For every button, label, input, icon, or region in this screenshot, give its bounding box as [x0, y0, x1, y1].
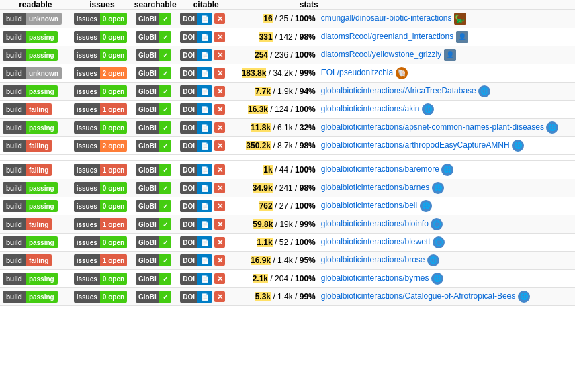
repo-link[interactable]: diatomsRcool/greenland_interactions [321, 32, 453, 41]
repo-link[interactable]: globalbioticinteractions/byrnes [321, 273, 429, 283]
build-badge[interactable]: build passing [3, 236, 58, 248]
build-badge[interactable]: build passing [3, 200, 58, 212]
globi-badge[interactable]: GloBI ✓ [136, 254, 171, 266]
repo-link[interactable]: globalbioticinteractions/brose [321, 255, 425, 264]
issues-badge[interactable]: issues 0 open [74, 200, 127, 212]
build-badge[interactable]: build passing [3, 85, 58, 97]
doi-badge[interactable]: DOI 📄 [180, 103, 212, 115]
globi-badge[interactable]: GloBI ✓ [136, 164, 171, 176]
repo-link[interactable]: globalbioticinteractions/akin [321, 104, 420, 113]
globi-badge[interactable]: GloBI ✓ [136, 103, 171, 115]
repo-link[interactable]: globalbioticinteractions/apsnet-common-n… [321, 122, 544, 132]
repo-link[interactable]: globalbioticinteractions/bioinfo [321, 219, 429, 228]
build-badge[interactable]: build failing [3, 103, 52, 115]
globi-badge[interactable]: GloBI ✓ [136, 140, 171, 152]
doi-badge[interactable]: DOI 📄 [180, 291, 212, 303]
build-badge[interactable]: build passing [3, 291, 58, 303]
build-badge[interactable]: build passing [3, 273, 58, 285]
build-badge[interactable]: build failing [3, 140, 52, 152]
doi-badge[interactable]: DOI 📄 [180, 218, 212, 230]
issues-badge[interactable]: issues 1 open [74, 254, 127, 266]
doi-x-button[interactable]: ✕ [214, 183, 225, 193]
doi-x-button[interactable]: ✕ [214, 13, 225, 24]
globi-badge[interactable]: GloBI ✓ [136, 31, 171, 43]
issues-badge[interactable]: issues 1 open [74, 164, 127, 176]
doi-badge[interactable]: DOI 📄 [180, 254, 212, 266]
doi-x-button[interactable]: ✕ [214, 291, 225, 302]
issues-badge[interactable]: issues 0 open [74, 121, 127, 134]
globi-label: GloBI [136, 13, 159, 25]
build-badge[interactable]: build failing [3, 164, 52, 176]
doi-badge[interactable]: DOI 📄 [180, 31, 212, 43]
globi-badge[interactable]: GloBI ✓ [136, 67, 171, 79]
doi-badge[interactable]: DOI 📄 [180, 49, 212, 61]
doi-x-button[interactable]: ✕ [214, 68, 225, 79]
doi-x-button[interactable]: ✕ [214, 273, 225, 284]
build-badge[interactable]: build passing [3, 121, 58, 134]
doi-badge[interactable]: DOI 📄 [180, 121, 212, 134]
build-badge[interactable]: build failing [3, 218, 52, 230]
doi-x-button[interactable]: ✕ [214, 164, 225, 175]
doi-x-button[interactable]: ✕ [214, 32, 225, 42]
repo-link[interactable]: EOL/pseudonitzchia [321, 68, 393, 77]
doi-badge[interactable]: DOI 📄 [180, 164, 212, 176]
repo-link[interactable]: cmungall/dinosaur-biotic-interactions [321, 13, 452, 23]
doi-badge[interactable]: DOI 📄 [180, 273, 212, 285]
globi-badge[interactable]: GloBI ✓ [136, 236, 171, 248]
doi-x-button[interactable]: ✕ [214, 219, 225, 230]
issues-badge[interactable]: issues 0 open [74, 85, 127, 97]
doi-x-button[interactable]: ✕ [214, 104, 225, 115]
doi-x-button[interactable]: ✕ [214, 50, 225, 60]
build-badge[interactable]: build unknown [3, 67, 62, 79]
issues-count: 0 open [100, 13, 127, 25]
issues-badge[interactable]: issues 2 open [74, 140, 127, 152]
issues-count: 0 open [100, 200, 127, 212]
build-badge[interactable]: build passing [3, 182, 58, 194]
globi-badge[interactable]: GloBI ✓ [136, 218, 171, 230]
repo-link[interactable]: globalbioticinteractions/Catalogue-of-Af… [321, 291, 516, 301]
issues-badge[interactable]: issues 1 open [74, 103, 127, 115]
globi-badge[interactable]: GloBI ✓ [136, 13, 171, 25]
build-badge[interactable]: build failing [3, 254, 52, 266]
repo-link[interactable]: globalbioticinteractions/bell [321, 201, 417, 210]
repo-link[interactable]: globalbioticinteractions/blewett [321, 237, 431, 246]
doi-badge[interactable]: DOI 📄 [180, 236, 212, 248]
build-status: passing [26, 85, 58, 97]
repo-link[interactable]: globalbioticinteractions/arthropodEasyCa… [321, 140, 510, 150]
globi-badge[interactable]: GloBI ✓ [136, 200, 171, 212]
issues-badge[interactable]: issues 0 open [74, 13, 127, 25]
doi-badge[interactable]: DOI 📄 [180, 200, 212, 212]
build-badge[interactable]: build unknown [3, 13, 62, 25]
doi-x-button[interactable]: ✕ [214, 201, 225, 211]
build-badge[interactable]: build passing [3, 49, 58, 61]
doi-x-button[interactable]: ✕ [214, 255, 225, 266]
globi-badge[interactable]: GloBI ✓ [136, 85, 171, 97]
doi-x-button[interactable]: ✕ [214, 237, 225, 248]
issues-badge[interactable]: issues 0 open [74, 236, 127, 248]
globi-badge[interactable]: GloBI ✓ [136, 121, 171, 134]
issues-badge[interactable]: issues 1 open [74, 218, 127, 230]
issues-badge[interactable]: issues 0 open [74, 31, 127, 43]
doi-x-button[interactable]: ✕ [214, 140, 225, 151]
doi-badge[interactable]: DOI 📄 [180, 140, 212, 152]
build-badge[interactable]: build passing [3, 31, 58, 43]
doi-badge[interactable]: DOI 📄 [180, 182, 212, 194]
issues-badge[interactable]: issues 2 open [74, 67, 127, 79]
repo-link[interactable]: globalbioticinteractions/barnes [321, 183, 429, 192]
doi-x-button[interactable]: ✕ [214, 122, 225, 133]
doi-x-button[interactable]: ✕ [214, 86, 225, 97]
repo-link[interactable]: diatomsRcool/yellowstone_grizzly [321, 50, 441, 59]
issues-badge[interactable]: issues 0 open [74, 273, 127, 285]
globi-badge[interactable]: GloBI ✓ [136, 291, 171, 303]
doi-badge[interactable]: DOI 📄 [180, 13, 212, 25]
globi-badge[interactable]: GloBI ✓ [136, 273, 171, 285]
globi-badge[interactable]: GloBI ✓ [136, 49, 171, 61]
issues-badge[interactable]: issues 0 open [74, 49, 127, 61]
repo-link[interactable]: globalbioticinteractions/baremore [321, 164, 439, 174]
doi-badge[interactable]: DOI 📄 [180, 85, 212, 97]
repo-link[interactable]: globalbioticinteractions/AfricaTreeDatab… [321, 86, 476, 95]
globi-badge[interactable]: GloBI ✓ [136, 182, 171, 194]
issues-badge[interactable]: issues 0 open [74, 291, 127, 303]
issues-badge[interactable]: issues 0 open [74, 182, 127, 194]
doi-badge[interactable]: DOI 📄 [180, 67, 212, 79]
